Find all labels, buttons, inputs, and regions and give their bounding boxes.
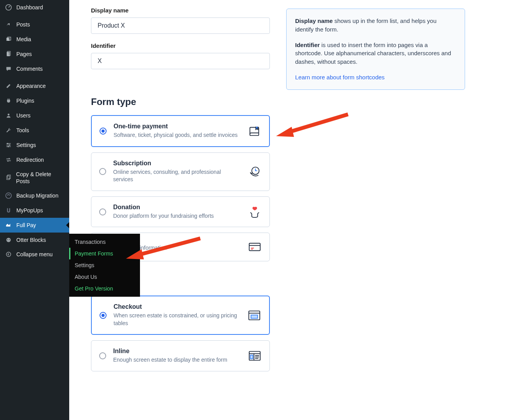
sidebar-item-label: Media [16, 36, 31, 42]
option-body: Checkout When screen estate is constrain… [114, 303, 240, 327]
radio-icon [99, 168, 106, 175]
plug-icon [5, 97, 12, 105]
option-inline[interactable]: Inline Enough screen estate to display t… [91, 340, 270, 371]
media-icon [5, 35, 12, 43]
submenu-item-settings[interactable]: Settings [69, 259, 140, 271]
option-desc: When screen estate is constrained, or us… [114, 312, 240, 327]
option-donation[interactable]: Donation Donor platform for your fundrai… [91, 196, 270, 228]
svg-point-14 [9, 240, 10, 240]
option-title: Checkout [114, 303, 240, 310]
main-content: Display name Identifier Display name sho… [69, 0, 530, 420]
option-desc: Donor platform for your fundraising effo… [113, 212, 241, 220]
hands-heart-icon [248, 205, 262, 219]
info-dn-strong: Display name [295, 18, 333, 24]
sidebar-item-posts[interactable]: Posts [0, 17, 69, 32]
identifier-input[interactable] [91, 53, 270, 69]
identifier-row: Identifier [91, 42, 270, 69]
sidebar-item-plugins[interactable]: Plugins [0, 93, 69, 108]
sidebar-item-mypopups[interactable]: MyPopUps [0, 203, 69, 218]
option-onetime[interactable]: One-time payment Software, ticket, physi… [91, 115, 270, 147]
sidebar-item-label: Tools [16, 127, 29, 133]
form-type-heading: Form type [91, 96, 270, 107]
option-body: Donation Donor platform for your fundrai… [113, 204, 241, 220]
otter-icon [5, 236, 12, 244]
window-modal-icon [247, 308, 261, 322]
option-body: Inline Enough screen estate to display t… [113, 348, 241, 364]
form-name-section: Display name Identifier [91, 7, 270, 78]
sidebar-item-label: Full Pay [16, 222, 36, 228]
brush-icon [5, 82, 12, 90]
sidebar-item-label: Pages [16, 51, 32, 57]
info-identifier-text: Identifier is used to insert the form in… [295, 41, 456, 66]
sliders-icon [5, 141, 12, 149]
credit-card-icon [248, 240, 262, 254]
svg-rect-24 [251, 315, 258, 318]
sidebar-item-label: Copy & Delete Posts [16, 171, 65, 185]
info-display-name-text: Display name shows up in the form list, … [295, 17, 456, 34]
radio-icon [100, 128, 107, 135]
sidebar-item-otter-blocks[interactable]: Otter Blocks [0, 233, 69, 247]
sidebar-item-redirection[interactable]: Redirection [0, 152, 69, 167]
sidebar-item-label: Appearance [16, 83, 46, 89]
sidebar-item-appearance[interactable]: Appearance [0, 79, 69, 93]
display-name-row: Display name [91, 7, 270, 34]
submenu-item-about[interactable]: About Us [69, 271, 140, 283]
fullpay-submenu: Transactions Payment Forms Settings Abou… [69, 234, 140, 297]
svg-rect-18 [249, 243, 260, 251]
svg-rect-10 [7, 175, 10, 179]
display-name-input[interactable] [91, 18, 270, 34]
sidebar-item-label: Posts [16, 21, 30, 28]
svg-point-5 [8, 114, 10, 116]
sidebar-item-users[interactable]: Users [0, 108, 69, 123]
sidebar-item-label: Redirection [16, 157, 44, 163]
radio-icon [99, 208, 106, 215]
collapse-icon [5, 250, 12, 258]
sidebar-item-label: Comments [16, 66, 43, 72]
sidebar-item-label: Backup Migration [16, 192, 58, 199]
option-title: One-time payment [114, 123, 240, 130]
popup-icon [5, 206, 12, 214]
option-checkout[interactable]: Checkout When screen estate is constrain… [91, 296, 270, 335]
option-desc: Online services, consulting, and profess… [113, 168, 241, 184]
sidebar-item-settings[interactable]: Settings [0, 138, 69, 152]
sidebar-item-comments[interactable]: Comments [0, 61, 69, 76]
submenu-item-pro[interactable]: Get Pro Version [69, 283, 140, 294]
option-subscription[interactable]: Subscription Online services, consulting… [91, 152, 270, 191]
sidebar-item-label: Users [16, 112, 31, 119]
submenu-item-transactions[interactable]: Transactions [69, 236, 140, 248]
clock-recurring-icon [248, 164, 262, 178]
wrench-icon [5, 126, 12, 134]
option-title: Donation [113, 204, 241, 211]
info-id-strong: Identifier [295, 42, 320, 48]
pin-icon [5, 21, 12, 28]
sidebar-item-pages[interactable]: Pages [0, 47, 69, 61]
option-desc: Software, ticket, physical goods, and se… [114, 131, 240, 139]
comments-icon [5, 65, 12, 73]
backup-icon [5, 192, 12, 200]
sidebar-collapse[interactable]: Collapse menu [0, 247, 69, 261]
display-name-label: Display name [91, 7, 270, 14]
sidebar-item-label: Plugins [16, 98, 34, 104]
sidebar-item-copy-delete-posts[interactable]: Copy & Delete Posts [0, 167, 69, 188]
sidebar-item-full-pay[interactable]: Full Pay [0, 218, 69, 233]
option-title: Inline [113, 348, 241, 355]
svg-rect-28 [250, 355, 253, 359]
pages-icon [5, 50, 12, 58]
option-title: Subscription [113, 160, 241, 167]
svg-point-15 [6, 252, 10, 257]
svg-point-6 [7, 143, 8, 144]
sidebar-item-tools[interactable]: Tools [0, 123, 69, 138]
book-icon [247, 124, 261, 138]
svg-point-7 [9, 144, 10, 145]
info-link-shortcodes[interactable]: Learn more about form shortcodes [295, 74, 385, 80]
radio-icon [100, 312, 107, 319]
sidebar-item-dashboard[interactable]: Dashboard [0, 0, 69, 15]
radio-icon [99, 352, 106, 359]
option-body: Subscription Online services, consulting… [113, 160, 241, 184]
submenu-item-payment-forms[interactable]: Payment Forms [69, 248, 140, 259]
admin-sidebar: Dashboard Posts Media Pages Comments App… [0, 0, 69, 420]
identifier-label: Identifier [91, 42, 270, 49]
fullpay-icon [5, 221, 12, 229]
sidebar-item-media[interactable]: Media [0, 32, 69, 47]
sidebar-item-backup-migration[interactable]: Backup Migration [0, 188, 69, 203]
